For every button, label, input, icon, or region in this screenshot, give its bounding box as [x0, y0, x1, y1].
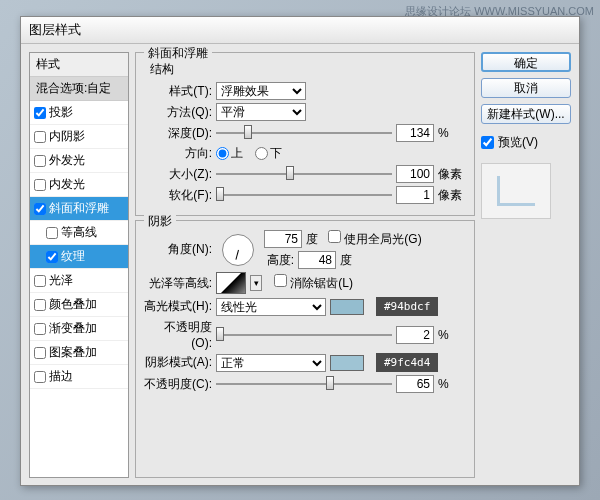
- shadow-color-tag: #9fc4d4: [376, 353, 438, 372]
- soften-label: 软化(F):: [144, 187, 212, 204]
- highlight-color-swatch[interactable]: [330, 299, 364, 315]
- sidebar-item-label: 内发光: [49, 176, 85, 193]
- sidebar-checkbox[interactable]: [34, 347, 46, 359]
- size-slider[interactable]: [216, 165, 392, 183]
- gloss-label: 光泽等高线:: [144, 275, 212, 292]
- highlight-opacity-unit: %: [438, 328, 466, 342]
- structure-heading: 结构: [150, 61, 466, 78]
- angle-unit: 度: [306, 231, 318, 248]
- sidebar-checkbox[interactable]: [34, 203, 46, 215]
- sidebar-checkbox[interactable]: [34, 371, 46, 383]
- sidebar-item-6[interactable]: 纹理: [30, 245, 128, 269]
- button-column: 确定 取消 新建样式(W)... 预览(V): [481, 52, 571, 478]
- global-light-checkbox[interactable]: 使用全局光(G): [328, 230, 422, 248]
- highlight-color-tag: #94bdcf: [376, 297, 438, 316]
- new-style-button[interactable]: 新建样式(W)...: [481, 104, 571, 124]
- ok-button[interactable]: 确定: [481, 52, 571, 72]
- chevron-down-icon[interactable]: ▾: [250, 275, 262, 291]
- size-input[interactable]: 100: [396, 165, 434, 183]
- cancel-button[interactable]: 取消: [481, 78, 571, 98]
- sidebar-checkbox[interactable]: [34, 155, 46, 167]
- sidebar-item-label: 纹理: [61, 248, 85, 265]
- sidebar-item-10[interactable]: 图案叠加: [30, 341, 128, 365]
- altitude-unit: 度: [340, 252, 352, 269]
- highlight-mode-label: 高光模式(H):: [144, 298, 212, 315]
- highlight-opacity-slider[interactable]: [216, 326, 392, 344]
- layer-style-dialog: 图层样式 样式 混合选项:自定 投影内阴影外发光内发光斜面和浮雕等高线纹理光泽颜…: [20, 16, 580, 486]
- dialog-title: 图层样式: [21, 17, 579, 44]
- angle-dial[interactable]: [222, 234, 254, 266]
- sidebar-item-label: 光泽: [49, 272, 73, 289]
- shadow-opacity-label: 不透明度(C):: [144, 376, 212, 393]
- sidebar-item-5[interactable]: 等高线: [30, 221, 128, 245]
- depth-slider[interactable]: [216, 124, 392, 142]
- sidebar-item-label: 外发光: [49, 152, 85, 169]
- style-label: 样式(T):: [144, 83, 212, 100]
- sidebar-header: 样式: [30, 53, 128, 77]
- sidebar-checkbox[interactable]: [34, 299, 46, 311]
- size-unit: 像素: [438, 166, 466, 183]
- sidebar-item-label: 描边: [49, 368, 73, 385]
- sidebar-item-2[interactable]: 外发光: [30, 149, 128, 173]
- angle-input[interactable]: 75: [264, 230, 302, 248]
- sidebar-checkbox[interactable]: [46, 227, 58, 239]
- sidebar-item-label: 颜色叠加: [49, 296, 97, 313]
- depth-input[interactable]: 134: [396, 124, 434, 142]
- highlight-mode-select[interactable]: 线性光: [216, 298, 326, 316]
- depth-unit: %: [438, 126, 466, 140]
- sidebar-item-7[interactable]: 光泽: [30, 269, 128, 293]
- technique-select[interactable]: 平滑: [216, 103, 306, 121]
- altitude-input[interactable]: 48: [298, 251, 336, 269]
- preview-checkbox[interactable]: 预览(V): [481, 134, 571, 151]
- shadow-opacity-unit: %: [438, 377, 466, 391]
- sidebar-item-9[interactable]: 渐变叠加: [30, 317, 128, 341]
- sidebar-checkbox[interactable]: [34, 107, 46, 119]
- sidebar-checkbox[interactable]: [34, 131, 46, 143]
- sidebar-item-4[interactable]: 斜面和浮雕: [30, 197, 128, 221]
- shading-heading: 阴影: [144, 213, 176, 230]
- sidebar-item-label: 内阴影: [49, 128, 85, 145]
- sidebar-checkbox[interactable]: [34, 275, 46, 287]
- antialias-checkbox[interactable]: 消除锯齿(L): [274, 274, 353, 292]
- sidebar-checkbox[interactable]: [34, 179, 46, 191]
- shadow-mode-label: 阴影模式(A):: [144, 354, 212, 371]
- technique-label: 方法(Q):: [144, 104, 212, 121]
- sidebar-checkbox[interactable]: [34, 323, 46, 335]
- shadow-color-swatch[interactable]: [330, 355, 364, 371]
- sidebar-item-1[interactable]: 内阴影: [30, 125, 128, 149]
- sidebar-item-8[interactable]: 颜色叠加: [30, 293, 128, 317]
- highlight-opacity-input[interactable]: 2: [396, 326, 434, 344]
- size-label: 大小(Z):: [144, 166, 212, 183]
- sidebar-item-label: 斜面和浮雕: [49, 200, 109, 217]
- shadow-mode-select[interactable]: 正常: [216, 354, 326, 372]
- panel-title: 斜面和浮雕: [144, 45, 212, 62]
- blend-options[interactable]: 混合选项:自定: [30, 77, 128, 101]
- highlight-opacity-label: 不透明度(O):: [144, 319, 212, 350]
- gloss-contour[interactable]: [216, 272, 246, 294]
- direction-label: 方向:: [144, 145, 212, 162]
- sidebar-item-3[interactable]: 内发光: [30, 173, 128, 197]
- sidebar-item-label: 渐变叠加: [49, 320, 97, 337]
- direction-down[interactable]: 下: [255, 145, 282, 162]
- sidebar-checkbox[interactable]: [46, 251, 58, 263]
- depth-label: 深度(D):: [144, 125, 212, 142]
- sidebar-item-label: 图案叠加: [49, 344, 97, 361]
- sidebar-item-label: 等高线: [61, 224, 97, 241]
- sidebar-item-0[interactable]: 投影: [30, 101, 128, 125]
- style-select[interactable]: 浮雕效果: [216, 82, 306, 100]
- shadow-opacity-slider[interactable]: [216, 375, 392, 393]
- preview-box: [481, 163, 551, 219]
- main-panel: 斜面和浮雕 结构 样式(T):浮雕效果 方法(Q):平滑 深度(D):134% …: [135, 52, 475, 478]
- soften-input[interactable]: 1: [396, 186, 434, 204]
- altitude-label: 高度:: [264, 252, 294, 269]
- sidebar-item-11[interactable]: 描边: [30, 365, 128, 389]
- direction-up[interactable]: 上: [216, 145, 243, 162]
- soften-unit: 像素: [438, 187, 466, 204]
- sidebar-item-label: 投影: [49, 104, 73, 121]
- soften-slider[interactable]: [216, 186, 392, 204]
- angle-label: 角度(N):: [144, 241, 212, 258]
- styles-sidebar: 样式 混合选项:自定 投影内阴影外发光内发光斜面和浮雕等高线纹理光泽颜色叠加渐变…: [29, 52, 129, 478]
- shadow-opacity-input[interactable]: 65: [396, 375, 434, 393]
